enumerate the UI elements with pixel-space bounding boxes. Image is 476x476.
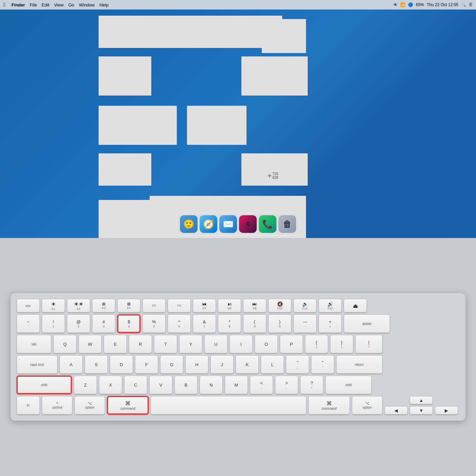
key-semicolon[interactable]: " ; [286,355,309,374]
key-option-left[interactable]: ⌥ option [74,396,105,414]
menubar-finder[interactable]: Finder [12,2,25,7]
key-f6[interactable]: F6 [168,299,191,312]
key-j[interactable]: J [210,355,234,374]
key-f7[interactable]: ⏮ F7 [193,299,216,312]
key-rbracket[interactable]: } ] [330,335,353,353]
key-backtick[interactable]: ~ ` [17,314,40,333]
key-fn[interactable]: fn [17,396,40,414]
key-command-left[interactable]: ⌘ command [107,396,149,414]
key-eject[interactable]: ⏏ [344,299,367,312]
key-a[interactable]: A [60,355,83,374]
key-r[interactable]: R [129,335,152,353]
menubar-help[interactable]: Help [99,2,108,7]
key-m[interactable]: M [225,376,248,394]
key-8[interactable]: * 8 [218,314,241,333]
key-return[interactable]: return [336,355,382,374]
key-i[interactable]: I [230,335,253,353]
key-e[interactable]: E [104,335,127,353]
key-f12[interactable]: 🔊 F12 [319,299,342,312]
key-esc[interactable]: esc [17,299,40,312]
key-b[interactable]: B [174,376,198,394]
menubar-edit[interactable]: Edit [42,2,49,7]
menubar-window[interactable]: Window [79,2,95,7]
key-3[interactable]: # 3 [92,314,115,333]
key-equals[interactable]: + = [319,314,342,333]
key-z[interactable]: Z [74,376,97,394]
key-delete[interactable]: delete [344,314,390,333]
key-f9[interactable]: ⏭ F9 [243,299,266,312]
key-minus[interactable]: — - [293,314,317,333]
key-comma[interactable]: < , [250,376,273,394]
key-f11[interactable]: 🔉 F11 [293,299,317,312]
key-l[interactable]: L [261,355,284,374]
key-slash[interactable]: ? / [300,376,323,394]
key-arrow-left[interactable]: ◀ [385,406,408,414]
key-control[interactable]: ^ control [42,396,72,414]
key-5[interactable]: % 5 [142,314,166,333]
key-lbracket[interactable]: { [ [305,335,328,353]
key-y[interactable]: Y [179,335,202,353]
key-s[interactable]: S [85,355,108,374]
menubar-battery: 65% [416,2,424,7]
key-f10[interactable]: 🔇 F10 [268,299,291,312]
key-tab[interactable]: tab [17,335,51,353]
qwerty-key-row: tab Q W E R T Y U I O P { [ } ] | \ [17,335,459,353]
key-shift-right[interactable]: shift [325,376,372,394]
key-f5[interactable]: F5 [142,299,166,312]
key-command-right[interactable]: ⌘ command [308,396,350,414]
key-d[interactable]: D [110,355,133,374]
key-q[interactable]: Q [53,335,76,353]
key-f2[interactable]: ☀☀ F2 [67,299,90,312]
dock-slack[interactable]: # [239,215,257,233]
key-x[interactable]: X [99,376,122,394]
key-f4[interactable]: ⊞ F4 [117,299,140,312]
key-4[interactable]: $ 4 [117,314,140,333]
key-f[interactable]: F [135,355,158,374]
key-arrow-down[interactable]: ▼ [410,406,433,414]
dock-mail[interactable]: ✉️ [219,215,237,233]
key-period[interactable]: > . [275,376,298,394]
key-arrow-up[interactable]: ▲ [410,396,433,404]
menubar-go[interactable]: Go [68,2,74,7]
key-t[interactable]: T [154,335,177,353]
dock-trash[interactable]: 🗑 [278,215,296,233]
key-9[interactable]: ( 9 [243,314,266,333]
key-h[interactable]: H [185,355,208,374]
key-option-right[interactable]: ⌥ option [352,396,382,414]
key-space[interactable] [151,396,306,414]
menubar-search-icon[interactable]: 🔍 [461,2,466,7]
key-n[interactable]: N [200,376,223,394]
key-u[interactable]: U [204,335,227,353]
dock-whatsapp[interactable]: 📞 [259,215,276,233]
menubar-view[interactable]: View [54,2,64,7]
key-k[interactable]: K [236,355,259,374]
key-arrow-right[interactable]: ▶ [435,406,458,414]
key-v[interactable]: V [149,376,172,394]
apple-menu[interactable]:  [3,2,5,8]
key-1[interactable]: ! 1 [42,314,65,333]
bp-rect-7 [99,153,151,186]
key-0[interactable]: ) 0 [268,314,291,333]
key-g[interactable]: G [160,355,183,374]
key-p[interactable]: P [280,335,303,353]
dock-safari[interactable]: 🧭 [200,215,217,233]
key-backslash[interactable]: | \ [355,335,382,353]
key-f3[interactable]: ⊞ F3 [92,299,115,312]
key-o[interactable]: O [255,335,278,353]
arrow-key-group: ▲ ◀ ▼ ▶ [385,396,458,414]
key-6[interactable]: ^ 6 [168,314,191,333]
key-2[interactable]: @ 2 [67,314,90,333]
key-w[interactable]: W [79,335,102,353]
menubar-notifications-icon[interactable]: ☰ [469,2,473,7]
f4-launchpad-icon: ⊞ [127,302,131,306]
key-capslock[interactable]: • caps lock [17,355,57,374]
key-shift-left[interactable]: shift [17,376,72,394]
key-f8[interactable]: ⏯ F8 [218,299,241,312]
key-quote[interactable]: " ' [311,355,334,374]
key-c[interactable]: C [124,376,147,394]
coord-y: 629 [272,176,278,180]
dock-finder[interactable]: 🙂 [180,215,198,233]
menubar-file[interactable]: File [30,2,37,7]
key-f1[interactable]: ☀ F1 [42,299,65,312]
key-7[interactable]: & 7 [193,314,216,333]
